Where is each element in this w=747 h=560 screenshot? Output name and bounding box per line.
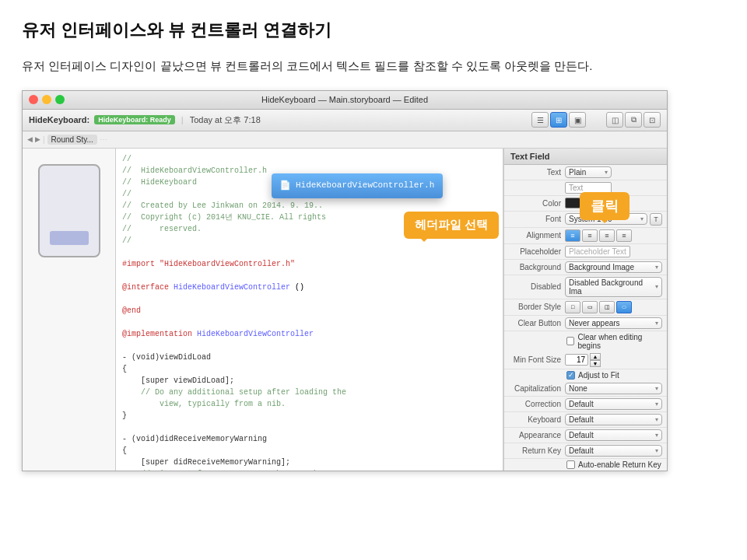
toolbar-icon-6[interactable]: ⊡ bbox=[644, 112, 661, 128]
inspector-row-minfont: Min Font Size 17 ▲ ▼ bbox=[504, 352, 667, 369]
inspector-label-returnkey: Return Key bbox=[509, 446, 565, 455]
code-line: // Created by Lee Jinkwan on 2014. 9. 19… bbox=[122, 200, 496, 212]
cap-select[interactable]: None▾ bbox=[565, 383, 662, 394]
code-line: - (void)viewDidLoad bbox=[122, 352, 496, 363]
nav-arrow-right[interactable]: ▶ bbox=[35, 135, 40, 143]
click-balloon: 클릭 bbox=[580, 192, 630, 220]
adjustfit-checkbox[interactable]: ✓ bbox=[566, 371, 575, 380]
border-bezel-btn[interactable]: ◫ bbox=[599, 301, 615, 313]
code-line bbox=[122, 340, 496, 352]
inspector-label-placeholder: Placeholder bbox=[509, 247, 565, 256]
inspector-label-font: Font bbox=[509, 215, 565, 223]
click-label: 클릭 bbox=[591, 198, 619, 214]
inspector-label-appearance: Appearance bbox=[509, 431, 565, 439]
placeholder-input[interactable]: Placeholder Text bbox=[565, 246, 630, 257]
minfont-up[interactable]: ▲ bbox=[590, 353, 601, 360]
background-select[interactable]: Background Image▾ bbox=[565, 261, 662, 273]
text-select[interactable]: Plain▾ bbox=[565, 166, 612, 178]
code-line bbox=[122, 422, 496, 433]
xcode-main: // // HideKeboardViewController.h // Hid… bbox=[23, 149, 667, 471]
inspector-label-cap: Capitalization bbox=[509, 384, 565, 393]
toolbar-icon-1[interactable]: ☰ bbox=[531, 112, 549, 128]
nav-arrow-left[interactable]: ◀ bbox=[27, 135, 33, 143]
xcode-navbar: ◀ ▶ | Round Sty... ⋯ bbox=[23, 131, 667, 149]
inspector-row-adjustfit: ✓ Adjust to Fit bbox=[504, 369, 667, 381]
inspector-row-returnkey: Return Key Default▾ bbox=[504, 443, 667, 459]
window-controls bbox=[29, 95, 65, 104]
autoenable-label: Auto-enable Return Key bbox=[578, 460, 661, 469]
inspector-row-border: Border Style □ ▭ ◫ ⬭ bbox=[504, 299, 667, 316]
popup-item[interactable]: 📄 HideKeboardViewController.h bbox=[272, 176, 443, 196]
maximize-button[interactable] bbox=[55, 95, 65, 104]
inspector-row-text: Text Plain▾ bbox=[504, 165, 667, 180]
align-left-btn[interactable]: ≡ bbox=[565, 229, 580, 242]
minimize-button[interactable] bbox=[42, 95, 51, 104]
xcode-sidebar bbox=[23, 149, 116, 471]
code-line bbox=[122, 270, 496, 282]
inspector-control-text: Plain▾ bbox=[565, 166, 662, 178]
code-line: } bbox=[122, 410, 496, 422]
toolbar-sep: | bbox=[181, 115, 184, 124]
inspector-row-autoenable: Auto-enable Return Key bbox=[504, 459, 667, 471]
code-line: @interface HideKeboardViewController () bbox=[122, 282, 496, 293]
border-line-btn[interactable]: ▭ bbox=[582, 301, 598, 313]
code-line: - (void)didReceiveMemoryWarning bbox=[122, 433, 496, 445]
inspector-label-background: Background bbox=[509, 263, 565, 271]
disabled-select[interactable]: Disabled Background Ima▾ bbox=[565, 277, 662, 297]
nav-sep: | bbox=[43, 135, 45, 144]
popup-item-label: HideKeboardViewController.h bbox=[296, 179, 434, 192]
border-round-btn[interactable]: ⬭ bbox=[616, 301, 632, 313]
nav-item-roundsty[interactable]: Round Sty... bbox=[47, 135, 97, 145]
inspector-label-text: Text bbox=[509, 168, 565, 177]
file-popup[interactable]: 📄 HideKeboardViewController.h bbox=[272, 173, 443, 198]
inspector-control-align: ≡ ≡ ≡ ≡ bbox=[565, 229, 662, 242]
code-line: // Do any additional setup after loading… bbox=[122, 387, 496, 398]
inspector-control-border: □ ▭ ◫ ⬭ bbox=[565, 301, 662, 313]
toolbar-icon-5[interactable]: ⧉ bbox=[625, 112, 642, 128]
align-center-btn[interactable]: ≡ bbox=[582, 229, 598, 242]
toolbar-icon-4[interactable]: ◫ bbox=[606, 112, 623, 128]
color-swatch[interactable] bbox=[565, 198, 580, 208]
inspector-row-placeholder: Placeholder Placeholder Text bbox=[504, 244, 667, 260]
minfont-down[interactable]: ▼ bbox=[590, 360, 601, 367]
background-value: Background Image bbox=[569, 263, 634, 271]
toolbar-icon-3[interactable]: ▣ bbox=[569, 112, 586, 128]
inspector-control-placeholder: Placeholder Text bbox=[565, 246, 662, 257]
sim-button bbox=[50, 231, 89, 245]
returnkey-select[interactable]: Default▾ bbox=[565, 445, 662, 457]
clearbutton-select[interactable]: Never appears▾ bbox=[565, 317, 662, 329]
inspector-label-disabled: Disabled bbox=[509, 282, 565, 291]
inspector-label-align: Alignment bbox=[509, 231, 565, 240]
clearwhene-label: Clear when editing begins bbox=[577, 333, 662, 350]
inspector-control-cap: None▾ bbox=[565, 383, 662, 394]
inspector-row-align: Alignment ≡ ≡ ≡ ≡ bbox=[504, 228, 667, 244]
header-select-balloon: 헤더파일 선택 bbox=[404, 212, 499, 239]
code-line: @implementation HideKeboardViewControlle… bbox=[122, 328, 496, 340]
inspector-control-correction: Default▾ bbox=[565, 398, 662, 410]
toolbar-icon-2[interactable]: ⊞ bbox=[550, 112, 567, 128]
code-editor[interactable]: // // HideKeboardViewController.h // Hid… bbox=[116, 149, 503, 471]
correction-select[interactable]: Default▾ bbox=[565, 398, 662, 410]
autoenable-checkbox[interactable] bbox=[566, 460, 575, 469]
inspector-control-clearbutton: Never appears▾ bbox=[565, 317, 662, 329]
keyboard-select[interactable]: Default▾ bbox=[565, 414, 662, 425]
code-line: // bbox=[122, 153, 496, 165]
code-line: [super didReceiveMemoryWarning]; bbox=[122, 457, 496, 468]
minfont-input[interactable]: 17 bbox=[565, 354, 588, 366]
clearwhene-checkbox[interactable] bbox=[566, 337, 574, 345]
toolbar-icons-right: ☰ ⊞ ▣ ◫ ⧉ ⊡ bbox=[531, 112, 661, 128]
toolbar-icon-sep bbox=[587, 112, 605, 128]
font-edit-btn[interactable]: T bbox=[650, 213, 662, 226]
align-justify-btn[interactable]: ≡ bbox=[616, 229, 632, 242]
code-line: { bbox=[122, 445, 496, 457]
inspector-label-keyboard: Keyboard bbox=[509, 415, 565, 424]
minfont-stepper: ▲ ▼ bbox=[590, 353, 601, 367]
inspector-control-appearance: Default▾ bbox=[565, 429, 662, 441]
border-none-btn[interactable]: □ bbox=[565, 301, 580, 313]
close-button[interactable] bbox=[29, 95, 38, 104]
inspector-row-clearbutton: Clear Button Never appears▾ bbox=[504, 316, 667, 331]
align-right-btn[interactable]: ≡ bbox=[599, 229, 615, 242]
file-icon: 📄 bbox=[279, 179, 291, 193]
inspector-label-minfont: Min Font Size bbox=[509, 355, 565, 364]
appearance-select[interactable]: Default▾ bbox=[565, 429, 662, 441]
